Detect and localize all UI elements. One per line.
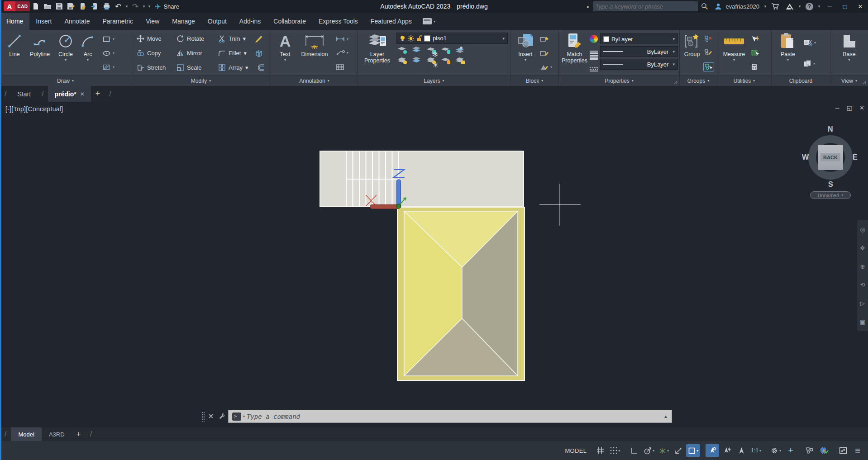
viewcube-east[interactable]: E [853,153,858,161]
help-icon[interactable]: ? [802,0,816,13]
pan-icon[interactable]: ✥ [860,245,865,251]
dimension-button[interactable]: Dimension [298,31,331,75]
tab-featured-apps[interactable]: Featured Apps [364,13,418,30]
showmotion-icon[interactable]: ▷ [860,300,865,307]
hatch-button[interactable]: ▾ [101,63,116,71]
plot-button[interactable] [100,1,112,12]
maximize-button[interactable]: □ [837,0,853,13]
properties-expand-icon[interactable]: ◿ [674,80,677,85]
redo-dropdown[interactable]: ▾ [141,4,147,9]
quick-select-button[interactable] [750,35,761,43]
view-expand-icon[interactable]: ◿ [863,80,866,85]
ungroup-button[interactable] [703,35,714,43]
isolate-objects-button[interactable] [803,444,816,457]
graphics-performance-button[interactable] [817,444,831,457]
layer-on-all-button[interactable]: ☀ [425,56,436,65]
open-button[interactable] [42,1,53,12]
autodesk-dropdown[interactable]: ▾ [797,4,802,9]
block-panel-title[interactable]: Block ▾ [510,75,558,86]
tab-view[interactable]: View [139,13,166,30]
tab-output[interactable]: Output [201,13,233,30]
edit-block-button[interactable] [539,49,553,57]
layer-make-current-button[interactable] [454,45,465,54]
user-icon[interactable] [711,0,725,13]
save-as-button[interactable] [65,1,77,12]
app-store-cart-icon[interactable] [768,0,782,13]
customize-wrench-button[interactable] [217,413,226,420]
linear-dimension-button[interactable]: ▾ [334,35,350,43]
scale-button[interactable]: Scale [175,63,215,72]
minimize-button[interactable]: ─ [822,0,837,13]
orbit-icon[interactable]: ⟲ [860,281,865,288]
ellipse-button[interactable]: ▾ [101,49,116,57]
new-layout-button[interactable]: + [72,430,86,439]
layer-lock-button[interactable] [440,45,451,54]
group-edit-button[interactable] [703,48,714,57]
layer-thaw-button[interactable] [411,56,422,65]
stairs-plan[interactable] [320,151,524,207]
file-tab-start[interactable]: Start [11,86,37,102]
text-button[interactable]: A Text ▾ [276,31,295,75]
command-history-caret-icon[interactable]: ▾ [243,414,245,418]
layout-tab-a3rd[interactable]: A3RD [42,427,72,441]
annotation-visibility-button[interactable] [706,444,719,457]
annotation-scale-button[interactable] [734,444,748,457]
workspace-switching-button[interactable]: ▾ [768,444,783,457]
app-logo[interactable]: A CAD [0,1,30,11]
full-navigation-wheel-icon[interactable]: ◎ [860,226,865,233]
polyline-button[interactable]: Polyline [27,31,52,75]
properties-panel-title[interactable]: Properties ▾ ◿ [559,75,679,86]
rectangle-button[interactable]: ▾ [101,35,116,43]
isometric-drafting-button[interactable]: ▾ [657,444,671,457]
paste-dropdown-icon[interactable]: ▾ [787,58,789,62]
viewcube-face-button[interactable]: BACK [818,145,843,170]
tab-express-tools[interactable]: Express Tools [312,13,364,30]
line-button[interactable]: Line [5,31,24,75]
drawing-geometry[interactable] [0,102,868,427]
tab-parametric[interactable]: Parametric [96,13,139,30]
quick-calculator-button[interactable] [750,62,761,71]
insert-block-button[interactable]: Insert ▾ [514,31,537,75]
lineweight-dropdown[interactable]: ByLayer ▾ [600,46,678,57]
view-panel-title[interactable]: View ▾ ◿ [830,75,868,86]
offset-button[interactable] [255,63,267,72]
command-input[interactable] [247,413,662,420]
undo-button[interactable]: ↶ [112,1,124,12]
select-similar-button[interactable] [750,48,761,57]
annotation-autoscale-button[interactable] [720,444,734,457]
tab-home[interactable]: Home [0,13,29,30]
object-snap-tracking-button[interactable] [672,444,685,457]
create-block-button[interactable] [539,35,553,43]
measure-button[interactable]: Measure ▾ [721,31,747,75]
autodesk-logo-icon[interactable] [782,0,797,13]
command-line-grip[interactable] [201,412,205,422]
navbar-menu-icon[interactable]: ▣ [860,318,865,325]
array-button[interactable]: Array ▾ [216,63,250,72]
circle-dropdown-icon[interactable]: ▾ [65,58,67,62]
circle-button[interactable]: Circle ▾ [55,31,76,75]
layer-freeze-button[interactable]: ❄ [425,45,436,54]
draw-panel-title[interactable]: Draw ▾ [0,75,131,86]
object-snap-button[interactable]: ▾ [686,444,700,457]
modify-panel-title[interactable]: Modify ▾ [131,75,271,86]
search-expand-icon[interactable]: ▸ [584,0,593,13]
trim-button[interactable]: Trim ▾ [216,34,248,43]
stretch-button[interactable]: Stretch [135,63,174,72]
polar-tracking-button[interactable]: ▾ [642,444,656,457]
search-box[interactable] [593,1,698,11]
hip-roof[interactable] [397,207,525,380]
save-to-web-mobile-button[interactable] [77,1,89,12]
search-input[interactable] [596,3,695,10]
command-line[interactable]: ✕ >_ ▾ ▲ [201,408,672,424]
recent-commands-arrow-icon[interactable]: ▲ [663,414,668,419]
copy-clip-button[interactable]: ▾ [802,59,817,68]
layer-properties-button[interactable]: Layer Properties [362,31,393,75]
clipboard-panel-title[interactable]: Clipboard [772,75,830,86]
file-tab-close-icon[interactable]: ✕ [80,91,85,97]
clean-screen-button[interactable] [836,444,850,457]
zoom-extents-icon[interactable]: ⊕ [860,263,865,270]
layer-select-dropdown[interactable]: piso1 ▾ [396,33,508,44]
tab-collaborate[interactable]: Collaborate [267,13,312,30]
viewcube-south[interactable]: S [828,180,833,189]
user-dropdown[interactable]: ▾ [763,4,768,9]
